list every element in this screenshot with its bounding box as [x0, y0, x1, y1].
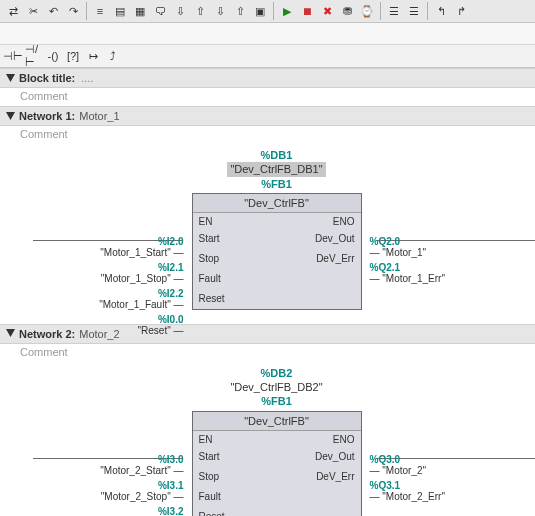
rotate-right-icon[interactable]: ↷ — [64, 2, 82, 20]
go-right-icon[interactable]: ↱ — [452, 2, 470, 20]
inputs-column: %I2.0"Motor_1_Start" — %I2.1"Motor_1_Sto… — [99, 234, 183, 338]
arrow-swap-icon[interactable]: ⇄ — [4, 2, 22, 20]
pin-label: Start — [199, 233, 220, 244]
form-icon[interactable]: ▤ — [111, 2, 129, 20]
layout-icon[interactable]: ▦ — [131, 2, 149, 20]
io-tag[interactable]: %I2.1"Motor_1_Stop" — — [101, 262, 184, 284]
contact-nc-icon[interactable]: ⊣/⊢ — [24, 47, 42, 65]
db-name[interactable]: "Dev_CtrlFB_DB2" — [230, 381, 322, 393]
fb-name: "Dev_CtrlFB" — [193, 194, 361, 213]
stop-icon[interactable]: ⏹ — [298, 2, 316, 20]
download-icon[interactable]: ⇩ — [171, 2, 189, 20]
outputs-column: %Q3.0— "Motor_2" %Q3.1— "Motor_2_Err" — [370, 452, 445, 504]
go-online-icon[interactable]: ☰ — [385, 2, 403, 20]
speech-icon[interactable]: 🗨 — [151, 2, 169, 20]
block-title-value[interactable]: .... — [81, 72, 93, 84]
outputs-column: %Q2.0— "Motor_1" %Q2.1— "Motor_1_Err" — [370, 234, 445, 286]
pin-label: DeV_Err — [316, 471, 354, 482]
network-header[interactable]: Network 1: Motor_1 — [0, 106, 535, 126]
io-tag[interactable]: %I3.2"Motor_2_Fault" — — [99, 506, 183, 516]
jump-icon[interactable]: ⤴ — [104, 47, 122, 65]
db-address: %DB2 — [47, 366, 507, 380]
db-address: %DB1 — [47, 148, 507, 162]
download-db-icon[interactable]: ⇩ — [211, 2, 229, 20]
inputs-column: %I3.0"Motor_2_Start" — %I3.1"Motor_2_Sto… — [99, 452, 183, 516]
block-title-bar[interactable]: Block title: .... — [0, 68, 535, 88]
network-body: %DB1 "Dev_CtrlFB_DB1" %FB1 "Dev_CtrlFB" … — [0, 144, 535, 324]
pin-label: Dev_Out — [315, 233, 354, 244]
eno-pin: ENO — [333, 216, 355, 227]
db-name[interactable]: "Dev_CtrlFB_DB1" — [227, 162, 325, 176]
cut-icon[interactable]: ✂ — [24, 2, 42, 20]
spacer — [0, 23, 535, 45]
fb-address: %FB1 — [47, 177, 507, 191]
pin-label: Start — [199, 451, 220, 462]
pin-label: Fault — [199, 273, 221, 284]
io-tag[interactable]: %I0.0"Reset" — — [137, 314, 183, 336]
io-tag[interactable]: %Q3.1— "Motor_2_Err" — [370, 480, 445, 502]
svg-marker-2 — [6, 329, 15, 337]
io-tag[interactable]: %I2.2"Motor_1_Fault" — — [99, 288, 183, 310]
io-tag[interactable]: %I2.0"Motor_1_Start" — — [100, 236, 183, 258]
pin-label: Fault — [199, 491, 221, 502]
en-pin: EN — [199, 216, 213, 227]
network-label: Network 1: — [19, 110, 75, 122]
io-tag[interactable]: %I3.0"Motor_2_Start" — — [100, 454, 183, 476]
fb-block[interactable]: "Dev_CtrlFB" EN ENO StartDev_Out StopDeV… — [192, 193, 362, 310]
warning-icon[interactable]: ✖ — [318, 2, 336, 20]
upload-icon[interactable]: ⇧ — [191, 2, 209, 20]
network-comment[interactable]: Comment — [0, 126, 535, 144]
network-comment[interactable]: Comment — [0, 344, 535, 362]
eno-pin: ENO — [333, 434, 355, 445]
toolbar-separator — [273, 2, 274, 20]
device-online-icon[interactable]: ⛃ — [338, 2, 356, 20]
coil-icon[interactable]: -() — [44, 47, 62, 65]
fb-address: %FB1 — [47, 394, 507, 408]
toolbar-separator — [380, 2, 381, 20]
lad-toolbar: ⊣⊢ ⊣/⊢ -() [?] ↦ ⤴ — [0, 45, 535, 68]
list-icon[interactable]: ≡ — [91, 2, 109, 20]
svg-marker-1 — [6, 112, 15, 120]
pin-label: Stop — [199, 471, 220, 482]
network-body: %DB2 "Dev_CtrlFB_DB2" %FB1 "Dev_CtrlFB" … — [0, 362, 535, 516]
fb-header: %DB2 "Dev_CtrlFB_DB2" %FB1 — [47, 366, 507, 409]
device-time-icon[interactable]: ⌚ — [358, 2, 376, 20]
rotate-left-icon[interactable]: ↶ — [44, 2, 62, 20]
contact-no-icon[interactable]: ⊣⊢ — [4, 47, 22, 65]
pin-label: Reset — [199, 293, 225, 304]
fb-name: "Dev_CtrlFB" — [193, 412, 361, 431]
caret-down-icon[interactable] — [6, 74, 15, 83]
network-label: Network 2: — [19, 328, 75, 340]
branch-icon[interactable]: ↦ — [84, 47, 102, 65]
upload-db-icon[interactable]: ⇧ — [231, 2, 249, 20]
io-tag[interactable]: %Q2.0— "Motor_1" — [370, 236, 427, 258]
go-offline-icon[interactable]: ☰ — [405, 2, 423, 20]
caret-down-icon[interactable] — [6, 112, 15, 121]
network-header[interactable]: Network 2: Motor_2 — [0, 324, 535, 344]
pin-label: Dev_Out — [315, 451, 354, 462]
io-tag[interactable]: %Q3.0— "Motor_2" — [370, 454, 427, 476]
network-name[interactable]: Motor_1 — [79, 110, 119, 122]
main-toolbar: ⇄ ✂ ↶ ↷ ≡ ▤ ▦ 🗨 ⇩ ⇧ ⇩ ⇧ ▣ ▶ ⏹ ✖ ⛃ ⌚ ☰ ☰ … — [0, 0, 535, 23]
caret-down-icon[interactable] — [6, 329, 15, 338]
io-tag[interactable]: %Q2.1— "Motor_1_Err" — [370, 262, 445, 284]
block-comment[interactable]: Comment — [0, 88, 535, 106]
toolbar-separator — [86, 2, 87, 20]
fb-header: %DB1 "Dev_CtrlFB_DB1" %FB1 — [47, 148, 507, 191]
fb-block[interactable]: "Dev_CtrlFB" EN ENO StartDev_Out StopDeV… — [192, 411, 362, 516]
block-title-label: Block title: — [19, 72, 75, 84]
device-icon[interactable]: ▣ — [251, 2, 269, 20]
go-left-icon[interactable]: ↰ — [432, 2, 450, 20]
toolbar-separator — [427, 2, 428, 20]
play-icon[interactable]: ▶ — [278, 2, 296, 20]
svg-marker-0 — [6, 74, 15, 82]
pin-label: DeV_Err — [316, 253, 354, 264]
io-tag[interactable]: %I3.1"Motor_2_Stop" — — [101, 480, 184, 502]
box-icon[interactable]: [?] — [64, 47, 82, 65]
pin-label: Reset — [199, 511, 225, 516]
pin-label: Stop — [199, 253, 220, 264]
en-pin: EN — [199, 434, 213, 445]
